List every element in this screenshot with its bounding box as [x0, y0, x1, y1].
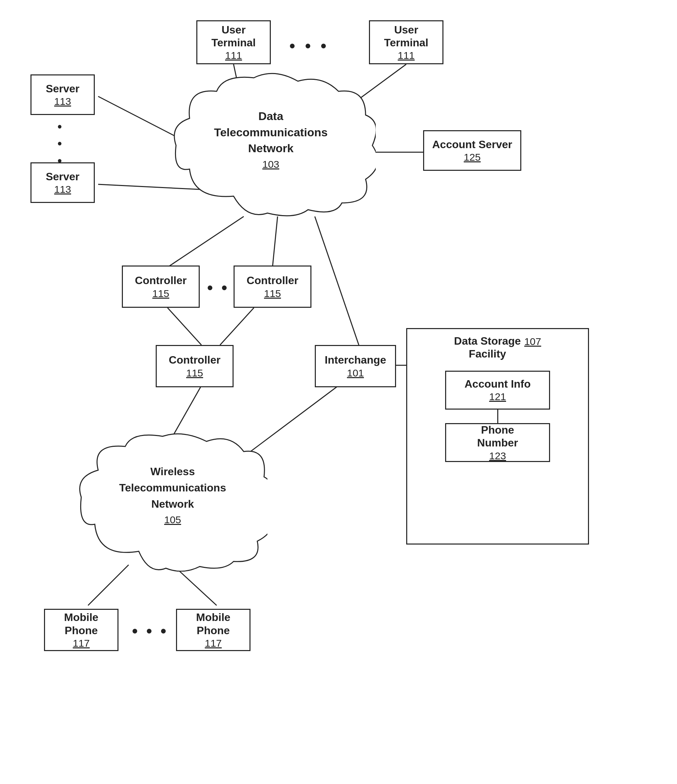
phone-number-node: PhoneNumber 123 [445, 423, 550, 462]
servers-dots: ••• [58, 118, 62, 170]
controller-1-node: Controller 115 [122, 266, 200, 308]
mobile-phone-1-node: MobilePhone 117 [44, 609, 119, 651]
account-info-ref: 121 [489, 391, 506, 403]
user-terminal-1-label: UserTerminal [212, 23, 256, 50]
controller-3-node: Controller 115 [156, 345, 234, 387]
interchange-label: Interchange [324, 353, 386, 366]
svg-line-10 [173, 386, 201, 436]
mobile-phone-1-label: MobilePhone [64, 611, 98, 637]
server-2-ref: 113 [54, 184, 71, 195]
controller-3-label: Controller [169, 353, 221, 366]
user-terminal-2-node: UserTerminal 111 [369, 20, 443, 64]
controller-3-ref: 115 [186, 367, 203, 379]
account-info-node: Account Info 121 [445, 371, 550, 409]
phone-number-ref: 123 [489, 450, 506, 462]
svg-line-5 [168, 216, 244, 267]
server-1-ref: 113 [54, 96, 71, 107]
mobile-phone-2-ref: 117 [205, 638, 222, 649]
server-1-label: Server [46, 82, 80, 95]
account-server-label: Account Server [432, 138, 513, 151]
server-1-node: Server 113 [30, 75, 95, 115]
user-terminal-1-node: UserTerminal 111 [197, 20, 271, 64]
mobile-phone-2-label: MobilePhone [196, 611, 230, 637]
account-server-ref: 125 [464, 151, 480, 163]
account-server-node: Account Server 125 [423, 130, 521, 171]
svg-line-8 [168, 308, 201, 345]
user-terminal-2-label: UserTerminal [384, 23, 429, 50]
terminals-dots: • • • [289, 37, 329, 55]
controller-2-label: Controller [247, 274, 299, 287]
wireless-telecom-cloud: WirelessTelecommunicationsNetwork 105 [78, 429, 267, 572]
server-2-label: Server [46, 170, 80, 183]
mobile-phones-dots: • • • [132, 622, 168, 640]
controller-2-ref: 115 [264, 288, 281, 299]
account-info-label: Account Info [465, 378, 531, 390]
data-storage-node: Data StorageFacility 107 Account Info 12… [406, 328, 589, 544]
phone-number-label: PhoneNumber [477, 423, 518, 450]
data-storage-ref: 107 [524, 336, 541, 347]
controller-1-label: Controller [135, 274, 187, 287]
data-storage-label: Data StorageFacility [454, 334, 521, 361]
mobile-phone-2-node: MobilePhone 117 [176, 609, 251, 651]
user-terminal-2-ref: 111 [398, 50, 415, 61]
diagram: UserTerminal 111 UserTerminal 111 • • • … [0, 0, 677, 784]
svg-line-7 [315, 216, 359, 345]
controller-1-ref: 115 [152, 288, 169, 299]
controller-2-node: Controller 115 [234, 266, 311, 308]
user-terminal-1-ref: 111 [225, 50, 242, 61]
server-2-node: Server 113 [30, 162, 95, 203]
data-telecom-cloud: DataTelecommunicationsNetwork 103 [166, 68, 376, 223]
svg-line-6 [273, 216, 278, 267]
interchange-ref: 101 [347, 367, 364, 379]
svg-line-9 [220, 308, 254, 345]
mobile-phone-1-ref: 117 [73, 638, 90, 649]
interchange-node: Interchange 101 [315, 345, 396, 387]
